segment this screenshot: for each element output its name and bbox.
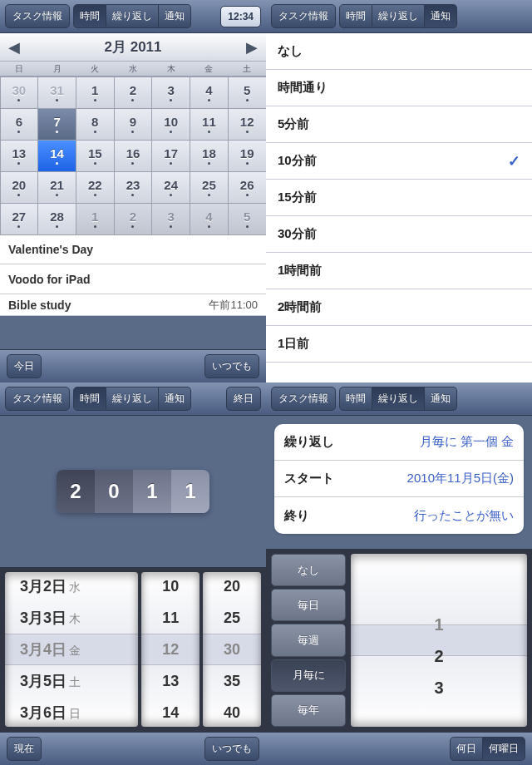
- picker-row[interactable]: 3月5日土: [5, 665, 138, 697]
- picker-row[interactable]: 40: [203, 697, 261, 727]
- calendar-day[interactable]: 27: [0, 203, 38, 235]
- calendar-day[interactable]: 15: [76, 140, 115, 172]
- repeat-picker-area[interactable]: なし毎日毎週月毎に毎年 123: [266, 549, 532, 732]
- setting-row[interactable]: 繰り返し月毎に 第一個 金: [274, 424, 524, 461]
- event-row[interactable]: Bible study午前11:00: [0, 294, 266, 316]
- calendar-day[interactable]: 16: [114, 140, 153, 172]
- picker-row[interactable]: 11: [141, 602, 200, 634]
- calendar-day[interactable]: 30: [0, 76, 38, 109]
- by-date-button[interactable]: 何日: [450, 737, 483, 761]
- calendar-grid[interactable]: 3031123456789101112131415161718192021222…: [0, 76, 266, 234]
- setting-row[interactable]: 終り行ったことが無い: [274, 497, 524, 534]
- back-task-info[interactable]: タスク情報: [5, 4, 70, 28]
- calendar-day[interactable]: 3: [151, 203, 190, 235]
- calendar-day[interactable]: 2: [114, 76, 153, 109]
- notify-option[interactable]: 5分前: [266, 106, 532, 143]
- tab-notify[interactable]: 通知: [425, 387, 457, 411]
- notify-option[interactable]: 15分前: [266, 180, 532, 216]
- notify-option[interactable]: なし: [266, 33, 532, 70]
- tab-time[interactable]: 時間: [339, 387, 372, 411]
- notify-option[interactable]: 10分前✓: [266, 143, 532, 180]
- calendar-day[interactable]: 11: [190, 108, 229, 141]
- calendar-day[interactable]: 24: [151, 171, 190, 204]
- calendar-day[interactable]: 6: [0, 108, 38, 141]
- picker-row[interactable]: 20: [203, 572, 261, 602]
- calendar-day[interactable]: 8: [76, 108, 115, 141]
- notify-option[interactable]: 時間通り: [266, 70, 532, 106]
- notify-option[interactable]: 1日前: [266, 326, 532, 363]
- tab-repeat[interactable]: 繰り返し: [106, 4, 159, 28]
- back-task-info[interactable]: タスク情報: [271, 4, 336, 28]
- frequency-button[interactable]: 毎週: [271, 624, 346, 656]
- notify-option[interactable]: 30分前: [266, 216, 532, 253]
- calendar-day[interactable]: 17: [151, 140, 190, 172]
- calendar-day[interactable]: 5: [228, 76, 266, 109]
- calendar-day[interactable]: 20: [0, 171, 38, 204]
- tab-time[interactable]: 時間: [73, 387, 106, 411]
- calendar-day[interactable]: 18: [190, 140, 229, 172]
- frequency-button[interactable]: なし: [271, 554, 346, 586]
- picker-row[interactable]: 30: [203, 634, 261, 665]
- repeat-card[interactable]: 繰り返し月毎に 第一個 金スタート2010年11月5日(金)終り行ったことが無い: [274, 424, 524, 534]
- back-task-info[interactable]: タスク情報: [271, 387, 336, 411]
- tab-time[interactable]: 時間: [339, 4, 372, 28]
- calendar-day[interactable]: 4: [190, 76, 229, 109]
- picker-row[interactable]: 3月3日木: [5, 602, 138, 634]
- tab-repeat[interactable]: 繰り返し: [372, 387, 425, 411]
- calendar-day[interactable]: 7: [37, 108, 76, 141]
- anytime-button[interactable]: いつでも: [204, 354, 259, 378]
- frequency-button[interactable]: 毎日: [271, 589, 346, 621]
- next-month-icon[interactable]: ▶: [246, 38, 258, 57]
- calendar-day[interactable]: 22: [76, 171, 115, 204]
- frequency-button[interactable]: 毎年: [271, 694, 346, 727]
- calendar-day[interactable]: 4: [190, 203, 229, 235]
- frequency-stack[interactable]: なし毎日毎週月毎に毎年: [271, 554, 346, 727]
- datetime-picker[interactable]: 3月2日水3月3日木3月4日金3月5日土3月6日日 1011121314 202…: [0, 567, 266, 732]
- tab-notify[interactable]: 通知: [425, 4, 457, 28]
- picker-row[interactable]: 14: [141, 697, 200, 727]
- picker-row[interactable]: [351, 577, 527, 609]
- event-list[interactable]: Valentine's DayVoodo for iPadBible study…: [0, 234, 266, 316]
- tab-notify[interactable]: 通知: [159, 387, 191, 411]
- picker-row[interactable]: 1: [351, 609, 527, 640]
- calendar-day[interactable]: 21: [37, 171, 76, 204]
- picker-row[interactable]: 3月4日金: [5, 634, 138, 665]
- calendar-day[interactable]: 28: [37, 203, 76, 235]
- prev-month-icon[interactable]: ◀: [8, 38, 20, 57]
- by-weekday-button[interactable]: 何曜日: [483, 737, 525, 761]
- picker-number-column[interactable]: 123: [351, 554, 527, 727]
- setting-row[interactable]: スタート2010年11月5日(金): [274, 461, 524, 497]
- back-task-info[interactable]: タスク情報: [5, 387, 70, 411]
- clock-button[interactable]: 12:34: [220, 6, 261, 27]
- picker-row[interactable]: 3: [351, 672, 527, 703]
- tab-repeat[interactable]: 繰り返し: [106, 387, 159, 411]
- picker-row[interactable]: 25: [203, 602, 261, 634]
- calendar-day[interactable]: 23: [114, 171, 153, 204]
- calendar-day[interactable]: 5: [228, 203, 266, 235]
- tab-segment-q2[interactable]: 時間 繰り返し 通知: [339, 4, 457, 28]
- event-row[interactable]: Valentine's Day: [0, 234, 266, 264]
- calendar-day[interactable]: 26: [228, 171, 266, 204]
- tab-repeat[interactable]: 繰り返し: [372, 4, 425, 28]
- picker-date-column[interactable]: 3月2日水3月3日木3月4日金3月5日土3月6日日: [5, 572, 138, 727]
- calendar-day[interactable]: 12: [228, 108, 266, 141]
- picker-row[interactable]: 3月2日水: [5, 572, 138, 602]
- calendar-day[interactable]: 13: [0, 140, 38, 172]
- now-button[interactable]: 現在: [7, 737, 42, 761]
- tab-segment-q1[interactable]: 時間 繰り返し 通知: [73, 4, 191, 28]
- calendar-day[interactable]: 2: [114, 203, 153, 235]
- notify-option[interactable]: 1時間前: [266, 253, 532, 289]
- anytime-button[interactable]: いつでも: [204, 737, 259, 761]
- tab-notify[interactable]: 通知: [159, 4, 191, 28]
- picker-row[interactable]: 35: [203, 665, 261, 697]
- picker-row[interactable]: 10: [141, 572, 200, 602]
- picker-minute-column[interactable]: 2025303540: [203, 572, 261, 727]
- notify-option-list[interactable]: なし時間通り5分前10分前✓15分前30分前1時間前2時間前1日前: [266, 33, 532, 382]
- frequency-button[interactable]: 月毎に: [271, 659, 346, 692]
- today-button[interactable]: 今日: [7, 354, 42, 378]
- picker-row[interactable]: 2: [351, 640, 527, 672]
- calendar-day[interactable]: 19: [228, 140, 266, 172]
- picker-row[interactable]: 3月6日日: [5, 697, 138, 727]
- tab-time[interactable]: 時間: [73, 4, 106, 28]
- allday-button[interactable]: 終日: [226, 387, 261, 411]
